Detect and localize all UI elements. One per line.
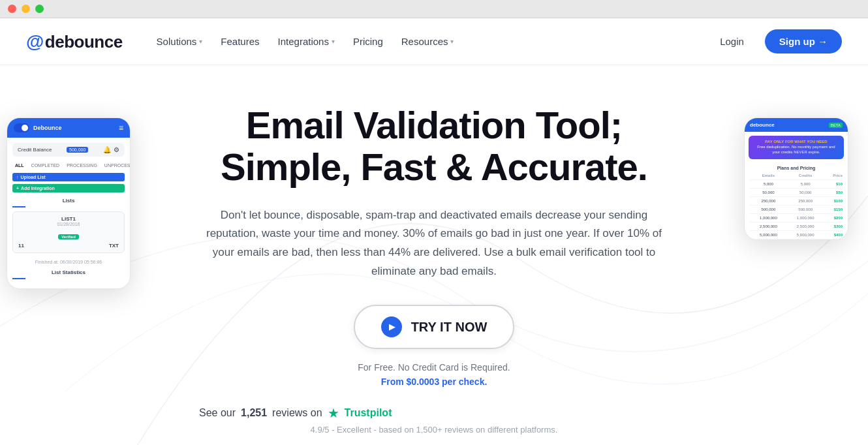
free-note: For Free. No Credit Card is Required. <box>199 362 669 373</box>
list-count: 11 <box>18 243 24 249</box>
left-phone-mockup: Debounce ≡ Credit Balance 500,000 🔔 ⚙ AL… <box>7 117 131 289</box>
tab-processing[interactable]: PROCESSING <box>64 162 100 169</box>
list-stats-label: List Statistics <box>12 269 125 275</box>
cta-wrapper: ▶ TRY IT NOW <box>199 305 669 349</box>
list-type: TXT <box>109 243 119 249</box>
action-buttons: ↑ Upload List + Add Integration <box>12 173 125 192</box>
hamburger-icon: ≡ <box>119 123 123 132</box>
row5-price: $200 <box>824 216 843 220</box>
row2-credits: 50,000 <box>792 191 820 194</box>
row1-price: $10 <box>824 182 843 186</box>
nav-item-solutions[interactable]: Solutions ▾ <box>149 31 211 52</box>
credit-icons: 🔔 ⚙ <box>103 146 119 153</box>
row7-emails: 5,000,000 <box>750 233 787 237</box>
trustpilot-brand[interactable]: Trustpilot <box>345 407 392 419</box>
add-integration-label: Add Integration <box>21 186 55 191</box>
nav-pricing-label: Pricing <box>353 36 383 47</box>
row6-credits: 2,500,000 <box>792 224 820 228</box>
hero-content: Email Validation Tool; Simple, Fast & Ac… <box>199 104 669 435</box>
row2-emails: 50,000 <box>750 191 787 194</box>
credit-label: Credit Balance <box>18 147 52 153</box>
list-date: 01/28/2016 <box>18 222 119 226</box>
row3-price: $100 <box>824 199 843 203</box>
nav-features-label: Features <box>221 36 259 47</box>
pricing-row-3: 250,000 250,000 $100 <box>750 197 843 206</box>
chevron-down-icon: ▾ <box>199 38 202 45</box>
phone-footer: Finished at: 06/30/2019 05:56:86 <box>12 257 125 267</box>
pricing-row-7: 5,000,000 5,000,000 $400 <box>750 231 843 239</box>
chevron-down-icon-2: ▾ <box>332 38 335 45</box>
promo-title: PAY ONLY FOR WHAT YOU NEED <box>754 140 839 144</box>
tab-unprocessed[interactable]: UNPROCESSED <box>102 162 131 169</box>
upload-list-button[interactable]: ↑ Upload List <box>12 173 125 181</box>
cta-label: TRY IT NOW <box>411 320 488 335</box>
window-maximize-dot[interactable] <box>35 5 44 13</box>
col-credits-header: Credits <box>792 174 820 177</box>
lists-section: Lists LIST1 01/28/2016 Verified 11 TXT <box>12 198 125 279</box>
promo-desc: Free deduplication. No monthly payment a… <box>754 145 839 155</box>
toggle-icon <box>14 123 29 132</box>
pricing-row-1: 5,000 5,000 $10 <box>750 180 843 189</box>
list-stats-row: 11 TXT <box>18 243 119 249</box>
pricing-section-title: Plans and Pricing <box>745 163 848 172</box>
pricing-row-2: 50,000 50,000 $50 <box>750 189 843 197</box>
trustpilot-count: 1,251 <box>241 407 267 419</box>
row4-credits: 500,000 <box>792 207 820 211</box>
tab-all[interactable]: ALL <box>12 162 27 169</box>
nav-integrations-label: Integrations <box>278 36 329 47</box>
pricing-row-5: 1,000,000 1,000,000 $200 <box>750 214 843 222</box>
row5-emails: 1,000,000 <box>750 216 787 220</box>
row6-price: $300 <box>824 224 843 228</box>
nav-links: Solutions ▾ Features Integrations ▾ Pric… <box>149 31 710 52</box>
upload-list-label: Upload List <box>21 175 46 179</box>
pricing-table: Emails Credits Price 5,000 5,000 $10 50,… <box>745 172 848 239</box>
window-minimize-dot[interactable] <box>22 5 30 13</box>
right-badge: BETA <box>829 123 843 128</box>
nav-item-features[interactable]: Features <box>213 31 267 52</box>
right-brand-label: debounce <box>750 122 775 128</box>
credit-bar: Credit Balance 500,000 🔔 ⚙ <box>12 143 125 157</box>
row5-credits: 1,000,000 <box>792 216 820 220</box>
tab-completed[interactable]: COMPLETED <box>29 162 63 169</box>
try-it-now-button[interactable]: ▶ TRY IT NOW <box>354 305 515 349</box>
nav-item-pricing[interactable]: Pricing <box>345 31 391 52</box>
nav-solutions-label: Solutions <box>157 36 197 47</box>
row1-emails: 5,000 <box>750 182 787 186</box>
hero-title-line2: Simple, Fast & Accurate. <box>221 146 647 188</box>
plus-icon: + <box>16 186 19 191</box>
list-name: LIST1 <box>18 216 119 222</box>
nav-resources-label: Resources <box>401 36 448 47</box>
window-close-dot[interactable] <box>8 5 16 13</box>
bell-icon: 🔔 <box>103 146 111 153</box>
trustpilot-star-icon: ★ <box>328 405 339 421</box>
list-card: LIST1 01/28/2016 Verified 11 TXT <box>12 211 125 253</box>
right-phone-header: debounce BETA <box>745 118 848 132</box>
login-button[interactable]: Login <box>709 31 754 52</box>
right-phone-frame: debounce BETA PAY ONLY FOR WHAT YOU NEED… <box>744 117 848 240</box>
navigation: @debounce Solutions ▾ Features Integrati… <box>0 18 868 65</box>
left-phone-header: Debounce ≡ <box>7 118 130 138</box>
row4-price: $150 <box>824 207 843 211</box>
nav-right: Login Sign up → <box>709 29 842 54</box>
lists-divider <box>12 206 25 207</box>
pricing-row-6: 2,500,000 2,500,000 $300 <box>750 222 843 231</box>
filter-tabs: ALL COMPLETED PROCESSING UNPROCESSED <box>12 162 125 169</box>
trustpilot-row: See our 1,251 reviews on ★ Trustpilot <box>199 405 669 421</box>
row7-credits: 5,000,000 <box>792 233 820 237</box>
add-integration-button[interactable]: + Add Integration <box>12 184 125 192</box>
row2-price: $50 <box>824 191 843 194</box>
phone-body: Credit Balance 500,000 🔔 ⚙ ALL COMPLETED… <box>7 138 130 288</box>
hero-title: Email Validation Tool; Simple, Fast & Ac… <box>199 104 669 188</box>
price-value: $0.0003 <box>407 376 440 387</box>
logo[interactable]: @debounce <box>26 31 123 52</box>
lists-label: Lists <box>12 198 125 204</box>
nav-item-integrations[interactable]: Integrations ▾ <box>270 31 343 52</box>
credit-badge: 500,000 <box>67 147 88 153</box>
signup-button[interactable]: Sign up → <box>765 29 842 54</box>
price-note: From $0.0003 per check. <box>199 376 669 387</box>
settings-icon: ⚙ <box>114 146 119 153</box>
play-icon: ▶ <box>381 316 402 337</box>
row1-credits: 5,000 <box>792 182 820 186</box>
price-prefix: From <box>381 376 407 387</box>
nav-item-resources[interactable]: Resources ▾ <box>394 31 462 52</box>
